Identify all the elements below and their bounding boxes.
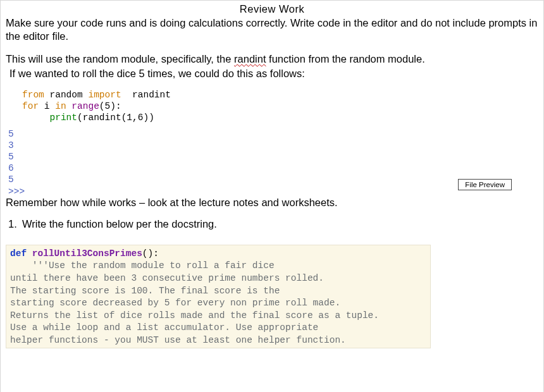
fn-print: print [50,113,78,123]
question-text: Write the function below per the docstri… [22,218,217,230]
kw-def: def [10,248,27,259]
intro-paragraph-1: Make sure your code runs and is doing ca… [6,16,538,42]
file-preview-button[interactable]: File Preview [458,179,512,190]
page-title: Review Work [6,3,538,15]
output-line: 5 [8,152,14,162]
output-line: 5 [8,175,14,185]
intro-paragraph-2: This will use the random module, specifi… [6,52,538,66]
code-block-docstring: def rollUntil3ConsPrimes(): '''Use the r… [6,245,431,349]
tok-i: i [39,101,55,111]
spacer [6,44,538,52]
output-line: 3 [8,140,14,150]
docstring-line: Use a while loop and a list accumulator.… [10,322,318,333]
docstring-line: Returns the list of dice rolls made and … [10,310,379,321]
kw-import: import [88,90,121,100]
tok-printargs: (randint(1,6)) [77,113,154,123]
intro2-pre: This will use the random module, specifi… [6,53,234,64]
intro2-post: function from the random module. [266,53,424,64]
fn-name: rollUntil3ConsPrimes [32,248,142,259]
remember-paragraph: Remember how while works – look at the l… [6,196,538,209]
question-1: 1.Write the function below per the docst… [8,217,538,231]
docstring-line: '''Use the random module to roll a fair … [10,260,275,271]
tok-random: random [44,90,89,100]
kw-from: from [22,90,44,100]
output-prompt: >>> [8,187,25,197]
tok-indent [22,113,50,123]
kw-for: for [22,101,39,111]
fn-parens: (): [142,248,159,259]
docstring-line: helper functions - you MUST use at least… [10,335,346,345]
document-page: Review Work Make sure your code runs and… [0,0,544,392]
output-line: 6 [8,163,14,173]
tok-rangeargs: (5): [99,101,121,111]
spellcheck-word-randint: randint [234,53,266,64]
tok-randint: randint [121,90,171,100]
docstring-line: The starting score is 100. The final sco… [10,286,280,296]
question-number: 1. [8,217,22,231]
fn-range: range [71,101,99,111]
docstring-line: until there have been 3 consecutive prim… [10,273,324,283]
intro-paragraph-3: If we wanted to roll the dice 5 times, w… [6,67,538,80]
tok-sp [27,248,32,259]
output-line: 5 [8,129,14,139]
docstring-line: starting score decreased by 5 for every … [10,298,340,308]
code-example-1: from random import randint for i in rang… [22,89,538,123]
kw-in: in [55,101,66,111]
